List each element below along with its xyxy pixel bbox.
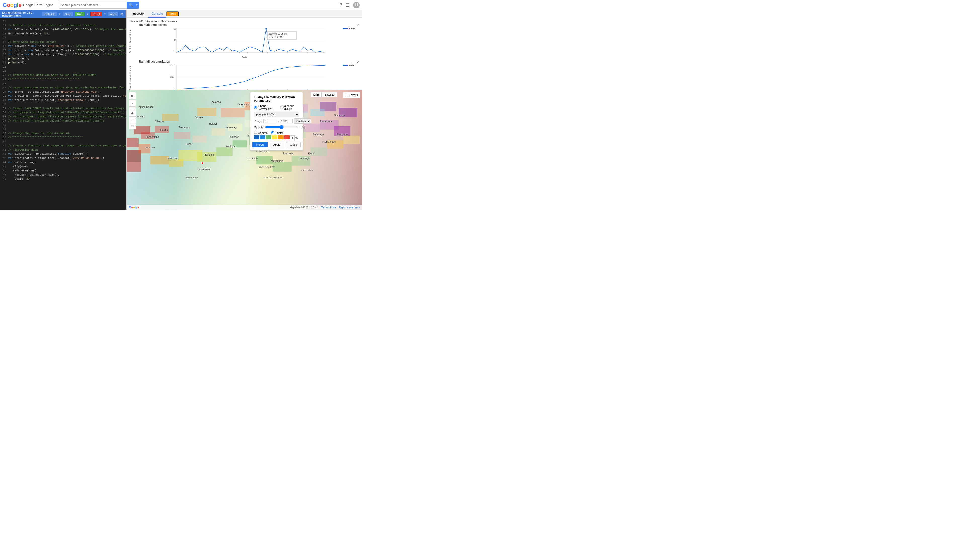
code-editor[interactable]: 10 11// Define a point of interest as a … (0, 18, 125, 210)
code-panel: Extract-Rainfall-to-CSV-basedon-Point Ge… (0, 10, 126, 210)
code-line-25: 25 (0, 82, 125, 86)
swatch-blue[interactable] (254, 135, 260, 140)
chart2-svg-area: 400 200 0 (134, 64, 360, 92)
tab-console[interactable]: Console (148, 10, 166, 18)
swatch-orange[interactable] (278, 135, 284, 140)
chart1-legend: value (343, 27, 355, 30)
code-line-10: 10 (0, 19, 125, 23)
tab-inspector[interactable]: Inspector (129, 10, 148, 18)
code-line-12: 12var POI = ee.Geometry.Point(107.474886… (0, 28, 125, 32)
code-line-48: 48 scale: 30 (0, 177, 125, 181)
import-button[interactable]: Import (252, 142, 268, 148)
opacity-label: Opacity (254, 126, 263, 128)
palette-edit-button[interactable]: ✎ (295, 135, 298, 140)
viz-actions: Import Apply Close (254, 142, 299, 148)
terms-link[interactable]: Terms of Use (321, 206, 336, 209)
script-title: Extract-Rainfall-to-CSV-basedon-Point (2, 11, 41, 17)
code-line-23: 23// Choose precip data you want to use:… (0, 73, 125, 77)
svg-text:value: 19.162: value: 19.162 (269, 36, 282, 38)
search-button[interactable]: 🔍 (127, 2, 135, 8)
nav-icons: ? ☰ U (340, 2, 360, 8)
search-input[interactable] (59, 2, 127, 8)
svg-text:0: 0 (174, 50, 175, 53)
range-max-input[interactable] (280, 119, 292, 123)
opacity-slider[interactable] (265, 125, 297, 129)
save-button[interactable]: Save (62, 12, 74, 16)
map-button[interactable]: Map (310, 92, 322, 97)
code-line-40: 40// Create a function that takes an ima… (0, 144, 125, 148)
reset-button[interactable]: Reset (90, 12, 102, 16)
report-link[interactable]: Report a map error (339, 206, 360, 209)
help-icon[interactable]: ? (340, 2, 342, 8)
gamma-option[interactable]: Gamma (254, 131, 268, 134)
map-background: Cilegon Serang BANTEN Tangerang Jakarta … (127, 90, 362, 210)
user-settings-icon[interactable]: ☰ (346, 2, 350, 8)
apply-button[interactable]: Apply (270, 142, 284, 148)
swatch-lightblue[interactable] (260, 135, 265, 140)
zoom-in-button[interactable]: + (129, 110, 136, 117)
layers-panel-button[interactable]: ☰ Layers (343, 92, 360, 98)
range-type-select[interactable]: Custom (294, 118, 311, 123)
opacity-value: 0.50 (300, 126, 305, 128)
map-area[interactable]: Cilegon Serang BANTEN Tangerang Jakarta … (127, 90, 362, 210)
swatch-green[interactable] (266, 135, 271, 140)
code-line-13: 13Map.centerObject(POI, 9); (0, 32, 125, 36)
apps-button[interactable]: Apps (108, 12, 119, 16)
swatch-yellow[interactable] (272, 135, 278, 140)
zoom-controls: + − (129, 110, 136, 123)
range-label: Range (254, 120, 262, 123)
viz-panel-title: 10-days rainfall visualization parameter… (254, 95, 299, 102)
pan-tool[interactable]: ▶ (129, 92, 136, 99)
top-nav: Google Google Earth Engine 🔍 ▼ ? ☰ U (0, 0, 362, 10)
chart1-wrapper: Rainfall estimates (mm) 20 10 0 (129, 27, 360, 56)
palette-colors: + ✎ (254, 135, 299, 140)
svg-text:0: 0 (174, 87, 175, 90)
run-button[interactable]: Run (75, 12, 84, 16)
palette-radio[interactable] (271, 131, 274, 134)
palette-option[interactable]: Palette (271, 131, 283, 134)
code-line-19: 19print(start); (0, 57, 125, 61)
close-button[interactable]: Close (286, 142, 301, 148)
code-line-34: 34// var precip = precipHH.select('hourl… (0, 119, 125, 123)
rectangle-tool[interactable]: ▭ (129, 122, 136, 129)
google-logo-text: Google (3, 2, 21, 8)
code-line-42: 42var timeSeries = precipHH.map(function… (0, 152, 125, 156)
band1-option[interactable]: 1 band (Grayscale) (254, 104, 277, 110)
svg-text:200: 200 (170, 76, 174, 78)
code-line-27: 27var imerg = ee.ImageCollection('NASA/G… (0, 90, 125, 94)
range-dash: - (278, 120, 278, 123)
range-min-input[interactable] (263, 119, 276, 123)
map-type-buttons: Map Satellite (310, 92, 337, 97)
console-hint: Use print(...) to write to this console. (130, 20, 359, 21)
chart1-legend-label: value (349, 27, 355, 30)
gamma-radio[interactable] (254, 131, 257, 134)
zoom-out-button[interactable]: − (129, 117, 136, 123)
band3-option[interactable]: 3 bands (RGB) (280, 104, 299, 110)
settings-button[interactable]: ⚙ (120, 12, 123, 16)
band3-radio[interactable] (280, 106, 284, 109)
get-link-button[interactable]: Get Link (42, 12, 57, 16)
satellite-button[interactable]: Satellite (322, 92, 337, 97)
avatar-icon[interactable]: U (353, 2, 360, 8)
swatch-red[interactable] (284, 135, 289, 140)
chart1-expand-icon[interactable]: ⤢ (357, 23, 360, 27)
chart-timeseries: Rainfall time-series ⤢ Rainfall estimate… (129, 23, 360, 59)
chart2-expand-icon[interactable]: ⤢ (357, 60, 360, 64)
tab-tasks[interactable]: Tasks (166, 11, 178, 16)
chart1-svg: 20 10 0 (134, 27, 360, 55)
code-line-24: 24//************************************… (0, 77, 125, 82)
band-select[interactable]: precipitationCal (254, 112, 299, 117)
search-dropdown-button[interactable]: ▼ (135, 2, 139, 8)
code-line-37: 37// Change the layer in line 49 and 69 (0, 131, 125, 136)
poi-marker (201, 162, 204, 164)
palette-add-button[interactable]: + (290, 135, 294, 140)
code-line-33: 33// var precipHH = gsmap.filterBounds(P… (0, 115, 125, 119)
band1-radio[interactable] (254, 106, 257, 109)
code-line-15: 15// Date when landslide occurs (0, 40, 125, 44)
map-bottom-bar: Google Map data ©2020 20 km Terms of Use… (127, 205, 362, 210)
top-right-panel: Inspector Console Tasks Use print(...) t… (127, 10, 362, 90)
chart1-legend-line (343, 28, 348, 29)
chart1-title: Rainfall time-series (129, 23, 360, 27)
draw-point-tool[interactable]: • (129, 100, 136, 107)
code-line-28: 28var precipHH = imerg.filterBounds(POI)… (0, 94, 125, 98)
